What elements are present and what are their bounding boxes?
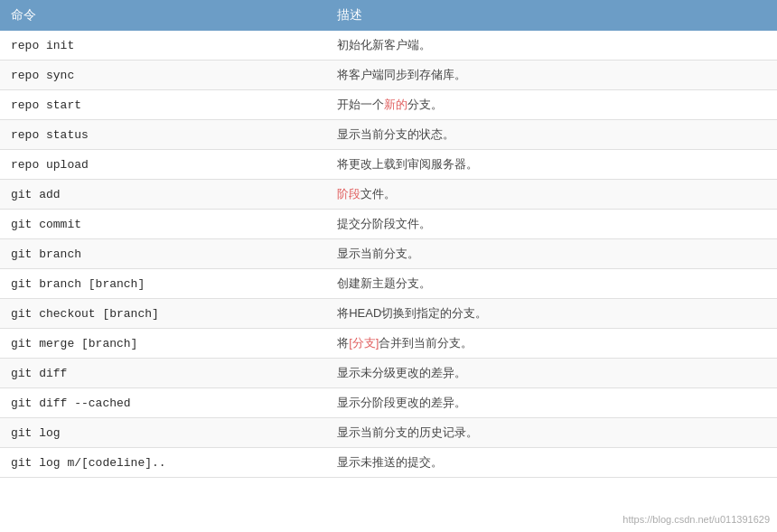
commands-table: 命令 描述 repo init初始化新客户端。repo sync将客户端同步到存… bbox=[0, 0, 777, 478]
table-row: git add阶段文件。 bbox=[0, 180, 777, 210]
command-cell: repo upload bbox=[0, 150, 326, 180]
table-row: git diff --cached显示分阶段更改的差异。 bbox=[0, 388, 777, 418]
command-cell: repo init bbox=[0, 31, 326, 61]
header-command: 命令 bbox=[0, 0, 326, 31]
table-row: git checkout [branch]将HEAD切换到指定的分支。 bbox=[0, 299, 777, 329]
command-cell: git checkout [branch] bbox=[0, 299, 326, 329]
command-cell: git commit bbox=[0, 210, 326, 239]
table-row: git merge [branch]将[分支]合并到当前分支。 bbox=[0, 329, 777, 359]
description-cell: 开始一个新的分支。 bbox=[326, 90, 777, 120]
description-cell: 初始化新客户端。 bbox=[326, 31, 777, 61]
description-cell: 将HEAD切换到指定的分支。 bbox=[326, 299, 777, 329]
command-cell: repo start bbox=[0, 90, 326, 120]
table-row: git diff显示未分级更改的差异。 bbox=[0, 359, 777, 388]
description-cell: 将更改上载到审阅服务器。 bbox=[326, 150, 777, 180]
command-cell: git branch bbox=[0, 239, 326, 269]
description-cell: 显示当前分支的状态。 bbox=[326, 120, 777, 150]
table-header-row: 命令 描述 bbox=[0, 0, 777, 31]
table-row: git log m/[codeline]..显示未推送的提交。 bbox=[0, 448, 777, 478]
command-cell: git log bbox=[0, 418, 326, 448]
description-cell: 阶段文件。 bbox=[326, 180, 777, 210]
table-row: repo status显示当前分支的状态。 bbox=[0, 120, 777, 150]
description-cell: 显示当前分支。 bbox=[326, 239, 777, 269]
description-cell: 将[分支]合并到当前分支。 bbox=[326, 329, 777, 359]
command-cell: git merge [branch] bbox=[0, 329, 326, 359]
description-cell: 显示未推送的提交。 bbox=[326, 448, 777, 478]
highlight-text: 新的 bbox=[384, 98, 407, 111]
table-row: repo upload将更改上载到审阅服务器。 bbox=[0, 150, 777, 180]
table-row: repo init初始化新客户端。 bbox=[0, 31, 777, 61]
command-cell: git diff --cached bbox=[0, 388, 326, 418]
table-row: repo start开始一个新的分支。 bbox=[0, 90, 777, 120]
table-row: git branch显示当前分支。 bbox=[0, 239, 777, 269]
table-row: git log显示当前分支的历史记录。 bbox=[0, 418, 777, 448]
table-row: git commit提交分阶段文件。 bbox=[0, 210, 777, 239]
table-row: git branch [branch]创建新主题分支。 bbox=[0, 269, 777, 299]
command-cell: repo sync bbox=[0, 61, 326, 90]
command-cell: git branch [branch] bbox=[0, 269, 326, 299]
description-cell: 将客户端同步到存储库。 bbox=[326, 61, 777, 90]
highlight-text: [分支] bbox=[349, 336, 379, 350]
table-row: repo sync将客户端同步到存储库。 bbox=[0, 61, 777, 90]
description-cell: 显示未分级更改的差异。 bbox=[326, 359, 777, 388]
header-description: 描述 bbox=[326, 0, 777, 31]
description-cell: 提交分阶段文件。 bbox=[326, 210, 777, 239]
command-cell: repo status bbox=[0, 120, 326, 150]
highlight-text: 阶段 bbox=[337, 187, 360, 201]
command-cell: git diff bbox=[0, 359, 326, 388]
description-cell: 显示当前分支的历史记录。 bbox=[326, 418, 777, 448]
command-cell: git add bbox=[0, 180, 326, 210]
description-cell: 显示分阶段更改的差异。 bbox=[326, 388, 777, 418]
description-cell: 创建新主题分支。 bbox=[326, 269, 777, 299]
command-cell: git log m/[codeline].. bbox=[0, 448, 326, 478]
